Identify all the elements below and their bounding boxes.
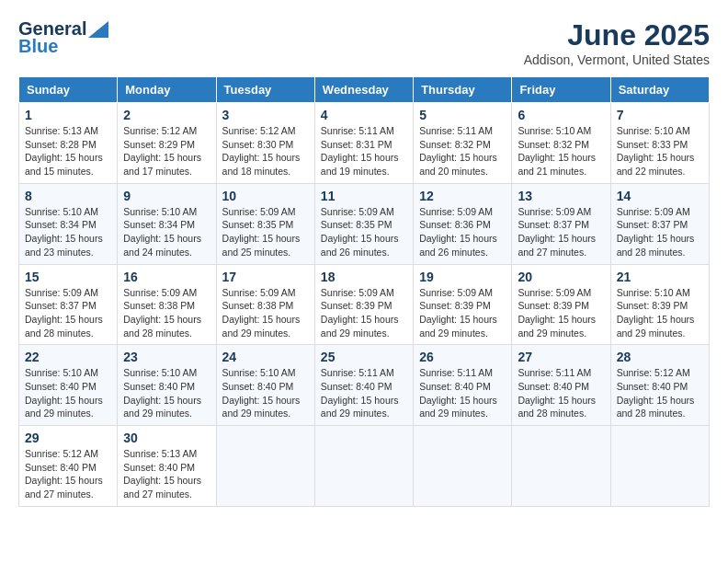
weekday-header-tuesday: Tuesday <box>216 77 314 103</box>
day-info: Sunrise: 5:11 AM Sunset: 8:40 PM Dayligh… <box>419 366 506 420</box>
calendar-week-row: 1 Sunrise: 5:13 AM Sunset: 8:28 PM Dayli… <box>19 103 710 184</box>
day-info: Sunrise: 5:10 AM Sunset: 8:33 PM Dayligh… <box>617 124 703 178</box>
calendar-cell: 30 Sunrise: 5:13 AM Sunset: 8:40 PM Dayl… <box>118 426 216 507</box>
day-number: 18 <box>321 270 407 284</box>
calendar-cell: 22 Sunrise: 5:10 AM Sunset: 8:40 PM Dayl… <box>19 345 118 426</box>
day-info: Sunrise: 5:12 AM Sunset: 8:29 PM Dayligh… <box>123 124 210 178</box>
day-number: 30 <box>123 431 210 445</box>
day-number: 17 <box>222 270 309 284</box>
calendar-cell: 26 Sunrise: 5:11 AM Sunset: 8:40 PM Dayl… <box>414 345 512 426</box>
calendar-cell <box>512 426 610 507</box>
day-number: 29 <box>25 431 111 445</box>
day-info: Sunrise: 5:09 AM Sunset: 8:35 PM Dayligh… <box>222 205 309 259</box>
calendar-week-row: 29 Sunrise: 5:12 AM Sunset: 8:40 PM Dayl… <box>19 426 710 507</box>
day-number: 4 <box>321 108 407 122</box>
day-number: 28 <box>617 350 703 364</box>
day-number: 19 <box>419 270 506 284</box>
day-info: Sunrise: 5:11 AM Sunset: 8:40 PM Dayligh… <box>518 366 604 420</box>
day-info: Sunrise: 5:09 AM Sunset: 8:35 PM Dayligh… <box>321 205 407 259</box>
day-info: Sunrise: 5:10 AM Sunset: 8:40 PM Dayligh… <box>222 366 309 420</box>
day-info: Sunrise: 5:11 AM Sunset: 8:40 PM Dayligh… <box>321 366 407 420</box>
day-number: 3 <box>222 108 309 122</box>
calendar-cell: 28 Sunrise: 5:12 AM Sunset: 8:40 PM Dayl… <box>610 345 709 426</box>
day-number: 11 <box>321 189 407 203</box>
day-number: 23 <box>123 350 210 364</box>
calendar-cell: 3 Sunrise: 5:12 AM Sunset: 8:30 PM Dayli… <box>216 103 314 184</box>
calendar-cell: 20 Sunrise: 5:09 AM Sunset: 8:39 PM Dayl… <box>512 264 610 345</box>
calendar-cell: 12 Sunrise: 5:09 AM Sunset: 8:36 PM Dayl… <box>414 183 512 264</box>
weekday-header-saturday: Saturday <box>610 77 709 103</box>
calendar-cell: 9 Sunrise: 5:10 AM Sunset: 8:34 PM Dayli… <box>118 183 216 264</box>
day-info: Sunrise: 5:10 AM Sunset: 8:32 PM Dayligh… <box>518 124 604 178</box>
calendar-cell: 7 Sunrise: 5:10 AM Sunset: 8:33 PM Dayli… <box>610 103 709 184</box>
day-number: 14 <box>617 189 703 203</box>
day-info: Sunrise: 5:10 AM Sunset: 8:34 PM Dayligh… <box>123 205 210 259</box>
calendar-cell <box>314 426 413 507</box>
day-info: Sunrise: 5:09 AM Sunset: 8:38 PM Dayligh… <box>222 286 309 340</box>
day-number: 22 <box>25 350 111 364</box>
weekday-header-thursday: Thursday <box>414 77 512 103</box>
calendar-cell <box>610 426 709 507</box>
day-info: Sunrise: 5:11 AM Sunset: 8:31 PM Dayligh… <box>321 124 407 178</box>
logo: General Blue <box>18 18 110 57</box>
calendar-cell: 14 Sunrise: 5:09 AM Sunset: 8:37 PM Dayl… <box>610 183 709 264</box>
day-info: Sunrise: 5:11 AM Sunset: 8:32 PM Dayligh… <box>419 124 506 178</box>
day-number: 2 <box>123 108 210 122</box>
calendar-week-row: 15 Sunrise: 5:09 AM Sunset: 8:37 PM Dayl… <box>19 264 710 345</box>
calendar-cell: 21 Sunrise: 5:10 AM Sunset: 8:39 PM Dayl… <box>610 264 709 345</box>
day-number: 5 <box>419 108 506 122</box>
calendar-week-row: 8 Sunrise: 5:10 AM Sunset: 8:34 PM Dayli… <box>19 183 710 264</box>
calendar-cell: 25 Sunrise: 5:11 AM Sunset: 8:40 PM Dayl… <box>314 345 413 426</box>
day-info: Sunrise: 5:09 AM Sunset: 8:37 PM Dayligh… <box>518 205 604 259</box>
day-number: 6 <box>518 108 604 122</box>
day-number: 7 <box>617 108 703 122</box>
weekday-header-wednesday: Wednesday <box>314 77 413 103</box>
logo-blue-text: Blue <box>18 36 58 57</box>
calendar-cell: 11 Sunrise: 5:09 AM Sunset: 8:35 PM Dayl… <box>314 183 413 264</box>
day-info: Sunrise: 5:10 AM Sunset: 8:40 PM Dayligh… <box>123 366 210 420</box>
calendar-cell: 18 Sunrise: 5:09 AM Sunset: 8:39 PM Dayl… <box>314 264 413 345</box>
weekday-header-row: SundayMondayTuesdayWednesdayThursdayFrid… <box>19 77 710 103</box>
day-info: Sunrise: 5:09 AM Sunset: 8:39 PM Dayligh… <box>518 286 604 340</box>
calendar-cell: 13 Sunrise: 5:09 AM Sunset: 8:37 PM Dayl… <box>512 183 610 264</box>
calendar-cell: 16 Sunrise: 5:09 AM Sunset: 8:38 PM Dayl… <box>118 264 216 345</box>
day-number: 21 <box>617 270 703 284</box>
calendar-cell: 6 Sunrise: 5:10 AM Sunset: 8:32 PM Dayli… <box>512 103 610 184</box>
day-info: Sunrise: 5:10 AM Sunset: 8:34 PM Dayligh… <box>25 205 111 259</box>
calendar-cell: 19 Sunrise: 5:09 AM Sunset: 8:39 PM Dayl… <box>414 264 512 345</box>
day-info: Sunrise: 5:09 AM Sunset: 8:39 PM Dayligh… <box>419 286 506 340</box>
day-info: Sunrise: 5:09 AM Sunset: 8:37 PM Dayligh… <box>617 205 703 259</box>
day-number: 12 <box>419 189 506 203</box>
day-info: Sunrise: 5:10 AM Sunset: 8:40 PM Dayligh… <box>25 366 111 420</box>
weekday-header-sunday: Sunday <box>19 77 118 103</box>
weekday-header-friday: Friday <box>512 77 610 103</box>
calendar-cell <box>216 426 314 507</box>
calendar-cell: 1 Sunrise: 5:13 AM Sunset: 8:28 PM Dayli… <box>19 103 118 184</box>
calendar-cell: 10 Sunrise: 5:09 AM Sunset: 8:35 PM Dayl… <box>216 183 314 264</box>
title-area: June 2025 Addison, Vermont, United State… <box>524 18 710 67</box>
calendar-table: SundayMondayTuesdayWednesdayThursdayFrid… <box>18 76 710 507</box>
calendar-cell: 15 Sunrise: 5:09 AM Sunset: 8:37 PM Dayl… <box>19 264 118 345</box>
day-number: 25 <box>321 350 407 364</box>
day-number: 26 <box>419 350 506 364</box>
calendar-cell: 5 Sunrise: 5:11 AM Sunset: 8:32 PM Dayli… <box>414 103 512 184</box>
calendar-cell: 2 Sunrise: 5:12 AM Sunset: 8:29 PM Dayli… <box>118 103 216 184</box>
day-number: 13 <box>518 189 604 203</box>
day-number: 27 <box>518 350 604 364</box>
calendar-cell <box>414 426 512 507</box>
month-year: June 2025 <box>524 18 710 52</box>
day-number: 20 <box>518 270 604 284</box>
day-info: Sunrise: 5:13 AM Sunset: 8:28 PM Dayligh… <box>25 124 111 178</box>
svg-marker-0 <box>88 21 108 38</box>
day-info: Sunrise: 5:09 AM Sunset: 8:36 PM Dayligh… <box>419 205 506 259</box>
day-number: 1 <box>25 108 111 122</box>
calendar-cell: 24 Sunrise: 5:10 AM Sunset: 8:40 PM Dayl… <box>216 345 314 426</box>
day-info: Sunrise: 5:09 AM Sunset: 8:38 PM Dayligh… <box>123 286 210 340</box>
day-info: Sunrise: 5:12 AM Sunset: 8:40 PM Dayligh… <box>617 366 703 420</box>
day-info: Sunrise: 5:13 AM Sunset: 8:40 PM Dayligh… <box>123 447 210 501</box>
calendar-cell: 23 Sunrise: 5:10 AM Sunset: 8:40 PM Dayl… <box>118 345 216 426</box>
day-number: 24 <box>222 350 309 364</box>
day-number: 8 <box>25 189 111 203</box>
day-info: Sunrise: 5:12 AM Sunset: 8:30 PM Dayligh… <box>222 124 309 178</box>
calendar-cell: 29 Sunrise: 5:12 AM Sunset: 8:40 PM Dayl… <box>19 426 118 507</box>
